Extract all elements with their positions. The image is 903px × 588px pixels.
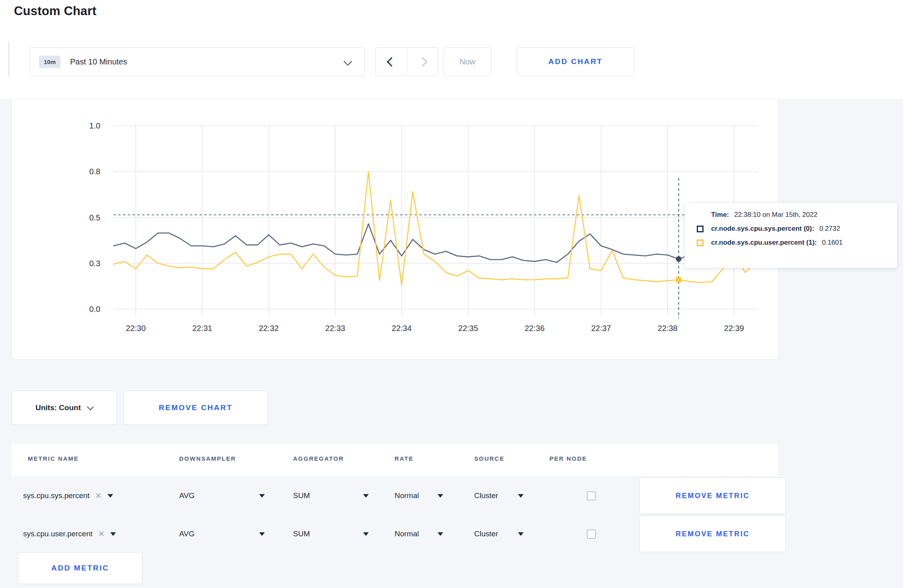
y-tick-label: 1.0	[89, 121, 100, 130]
tooltip-series-value: 0.1601	[822, 239, 842, 247]
tooltip-series-value: 0.2732	[819, 225, 840, 233]
chart-tooltip: Time: 22:38:10 on Mar 15th, 2022 cr.node…	[684, 202, 897, 268]
x-tick-label: 22:35	[458, 324, 478, 333]
x-tick-label: 22:37	[591, 324, 611, 333]
x-tick-label: 22:36	[525, 324, 545, 333]
y-tick-label: 0.5	[89, 213, 100, 222]
x-tick-label: 22:38	[658, 324, 678, 333]
x-tick-label: 22:31	[192, 324, 212, 333]
x-tick-label: 22:32	[259, 324, 279, 333]
user-series-legend-icon	[697, 239, 704, 246]
x-tick-label: 22:39	[724, 324, 744, 333]
hover-dot-sys	[676, 256, 682, 262]
tooltip-time-value: 22:38:10 on Mar 15th, 2022	[734, 211, 817, 219]
y-tick-label: 0.3	[89, 259, 100, 268]
tooltip-time-label: Time:	[711, 211, 729, 219]
tooltip-series-row: cr.node.sys.cpu.user.percent (1): 0.1601	[697, 239, 887, 247]
chart-canvas[interactable]: 0.00.30.50.81.022:3022:3122:3222:3322:34…	[0, 0, 903, 588]
x-tick-label: 22:30	[126, 324, 146, 333]
series-line	[113, 224, 756, 263]
tooltip-series-name: cr.node.sys.cpu.user.percent (1):	[711, 239, 817, 247]
y-tick-label: 0.0	[89, 305, 100, 313]
sys-series-legend-icon	[697, 226, 704, 232]
x-tick-label: 22:34	[392, 324, 412, 333]
custom-chart-page: Custom Chart 10m Past 10 Minutes Now ADD…	[0, 0, 903, 588]
tooltip-time-row: Time: 22:38:10 on Mar 15th, 2022	[697, 211, 887, 219]
y-tick-label: 0.8	[89, 167, 100, 176]
series-line	[113, 171, 756, 285]
hover-dot-user	[676, 277, 682, 282]
x-tick-label: 22:33	[325, 324, 345, 333]
tooltip-series-name: cr.node.sys.cpu.sys.percent (0):	[711, 225, 814, 233]
tooltip-series-row: cr.node.sys.cpu.sys.percent (0): 0.2732	[697, 225, 887, 233]
